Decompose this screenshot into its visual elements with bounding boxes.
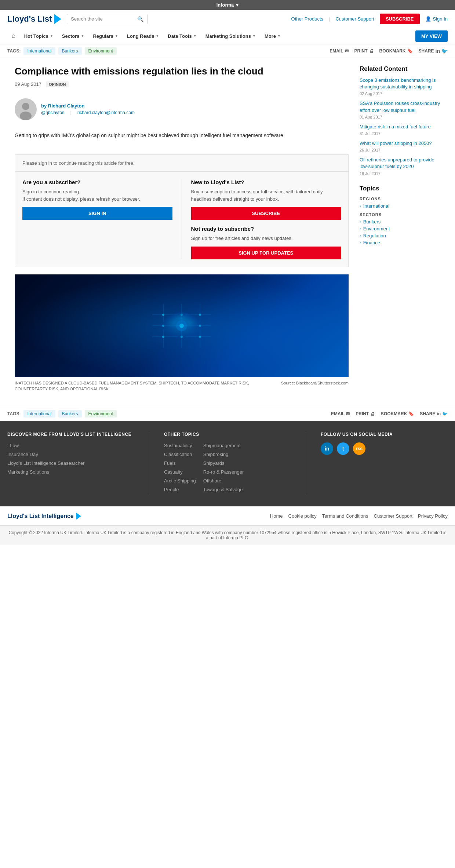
tags-left: TAGS: International Bunkers Environment <box>7 47 117 55</box>
avatar-image <box>15 98 37 120</box>
related-date-0: 02 Aug 2017 <box>360 91 440 96</box>
footer-cookie-link[interactable]: Cookie policy <box>288 513 317 519</box>
related-link-3[interactable]: What will power shipping in 2050? <box>360 140 440 147</box>
related-link-1[interactable]: SSA's Poulsson rouses cross-industry eff… <box>360 100 440 113</box>
footer-privacy-link[interactable]: Privacy Policy <box>418 513 448 519</box>
tag-environment[interactable]: Environment <box>85 47 117 55</box>
footer-shipyards-link[interactable]: Shipyards <box>203 460 225 466</box>
bottom-tags-right: EMAIL ✉ PRINT 🖨 BOOKMARK 🔖 SHARE in 🐦 <box>331 411 448 416</box>
footer-casualty-link[interactable]: Casualty <box>164 469 183 475</box>
bottom-share-action[interactable]: SHARE in 🐦 <box>420 411 448 416</box>
share-action[interactable]: SHARE in 🐦 <box>419 48 448 54</box>
bookmark-label: BOOKMARK <box>379 48 406 54</box>
footer-terms-link[interactable]: Terms and Conditions <box>322 513 368 519</box>
logo[interactable]: Lloyd's List <box>7 14 61 24</box>
related-link-0[interactable]: Scope 3 emissions benchmarking is changi… <box>360 77 440 90</box>
bottom-tag-bunkers[interactable]: Bunkers <box>58 410 82 417</box>
bookmark-action[interactable]: BOOKMARK 🔖 <box>379 48 413 54</box>
footer-offshore-link[interactable]: Offshore <box>203 478 222 484</box>
svg-point-27 <box>179 324 184 328</box>
footer-ilaw-link[interactable]: i-Law <box>7 443 19 448</box>
nav-right: MY VIEW <box>415 30 448 42</box>
related-link-2[interactable]: Mitigate risk in a mixed fuel future <box>360 124 440 130</box>
list-item: Insurance Day <box>7 451 134 457</box>
footer-rorо-link[interactable]: Ro-ro & Passenger <box>203 469 244 475</box>
related-link-4[interactable]: Oil refineries unprepared to provide low… <box>360 157 440 170</box>
author-name[interactable]: by Richard Clayton <box>41 103 136 109</box>
bottom-print-action[interactable]: PRINT 🖨 <box>356 411 375 416</box>
footer-home-link[interactable]: Home <box>270 513 283 519</box>
footer-insurance-link[interactable]: Insurance Day <box>7 452 38 457</box>
list-item: Shipyards <box>203 460 244 466</box>
customer-support-link[interactable]: Customer Support <box>335 16 374 22</box>
nav-item-sectors[interactable]: Sectors ▼ <box>58 29 89 43</box>
bottom-tag-international[interactable]: International <box>23 410 55 417</box>
footer-support-link[interactable]: Customer Support <box>374 513 413 519</box>
footer-topics-list-2: Shipmanagement Shipbroking Shipyards Ro-… <box>203 442 244 495</box>
tag-international[interactable]: International <box>23 47 55 55</box>
author-info: by Richard Clayton @rjbclayton | richard… <box>41 103 136 115</box>
logo-text: Lloyd's List <box>7 14 52 24</box>
signup-button[interactable]: SIGN UP FOR UPDATES <box>191 247 341 259</box>
topic-link-finance[interactable]: Finance <box>363 240 380 245</box>
footer-discover-heading: DISCOVER MORE FROM LLOYD'S LIST INTELLIG… <box>7 432 134 437</box>
footer-marketing-link[interactable]: Marketing Solutions <box>7 469 49 475</box>
topic-bunkers: › Bunkers <box>360 219 440 225</box>
topic-link-environment[interactable]: Environment <box>363 226 390 231</box>
nav-home-button[interactable]: ⌂ <box>7 28 20 44</box>
author-handle[interactable]: @rjbclayton <box>41 110 65 115</box>
tag-bunkers[interactable]: Bunkers <box>58 47 82 55</box>
footer-dark-inner: DISCOVER MORE FROM LLOYD'S LIST INTELLIG… <box>7 432 448 495</box>
topic-link-bunkers[interactable]: Bunkers <box>363 219 381 225</box>
footer-people-link[interactable]: People <box>164 487 179 492</box>
linkedin-icon[interactable]: in <box>321 442 333 455</box>
my-view-button[interactable]: MY VIEW <box>415 30 448 42</box>
search-icon[interactable]: 🔍 <box>137 16 143 22</box>
bottom-bookmark-action[interactable]: BOOKMARK 🔖 <box>381 411 414 416</box>
footer-towage-link[interactable]: Towage & Salvage <box>203 487 243 492</box>
subscribe-button-article[interactable]: SUBSCRIBE <box>191 207 341 220</box>
header-subscribe-button[interactable]: SUBSCRIBE <box>380 14 420 24</box>
list-item: Arctic Shipping <box>164 478 196 484</box>
nav-item-hot-topics[interactable]: Hot Topics ▼ <box>20 29 58 43</box>
related-item-0: Scope 3 emissions benchmarking is changi… <box>360 77 440 96</box>
footer-seasearcher-link[interactable]: Lloyd's List Intelligence Seasearcher <box>7 460 85 466</box>
footer-arctic-link[interactable]: Arctic Shipping <box>164 478 196 484</box>
author-email[interactable]: richard.clayton@informa.com <box>77 110 135 115</box>
informa-label[interactable]: informa <box>216 2 234 8</box>
informa-dropdown-icon[interactable]: ▾ <box>236 2 239 8</box>
other-products-link[interactable]: Other Products <box>291 16 323 22</box>
topic-link-regulation[interactable]: Regulation <box>363 233 386 238</box>
email-action[interactable]: EMAIL ✉ <box>330 48 348 54</box>
footer-shipbroking-link[interactable]: Shipbroking <box>203 452 229 457</box>
footer-logo-arrow-icon <box>76 513 81 520</box>
sign-in-button-article[interactable]: SIGN IN <box>22 207 172 220</box>
footer-classification-link[interactable]: Classification <box>164 452 192 457</box>
nav-item-more[interactable]: More ▼ <box>260 29 285 43</box>
author-avatar <box>15 98 37 120</box>
search-input[interactable] <box>71 16 137 22</box>
article-divider <box>15 147 349 147</box>
nav-item-data-tools[interactable]: Data Tools ▼ <box>163 29 201 43</box>
bottom-tags-label: TAGS: <box>7 411 21 416</box>
twitter-icon[interactable]: t <box>337 442 349 455</box>
footer-other-topics-col: OTHER TOPICS Sustainability Classificati… <box>164 432 291 495</box>
bottom-email-action[interactable]: EMAIL ✉ <box>331 411 350 416</box>
chevron-down-icon: ▼ <box>277 34 281 38</box>
bottom-tag-environment[interactable]: Environment <box>85 410 117 417</box>
sign-in-button[interactable]: 👤 Sign In <box>425 16 448 22</box>
nav-item-regulars[interactable]: Regulars ▼ <box>88 29 123 43</box>
nav-item-marketing-solutions[interactable]: Marketing Solutions ▼ <box>201 29 260 43</box>
topic-link-international[interactable]: International <box>363 203 390 209</box>
footer-logo[interactable]: Lloyd's List Intelligence <box>7 513 81 520</box>
bottom-print-label: PRINT <box>356 411 369 416</box>
footer-shipmanagement-link[interactable]: Shipmanagement <box>203 443 241 448</box>
nav-item-long-reads[interactable]: Long Reads ▼ <box>123 29 163 43</box>
topic-international: › International <box>360 203 440 209</box>
person-icon: 👤 <box>425 16 431 22</box>
footer-sustainability-link[interactable]: Sustainability <box>164 443 192 448</box>
print-action[interactable]: PRINT 🖨 <box>354 48 374 54</box>
footer-fuels-link[interactable]: Fuels <box>164 460 176 466</box>
rss-icon[interactable]: rss <box>353 442 365 455</box>
cloud-illustration <box>149 300 215 351</box>
